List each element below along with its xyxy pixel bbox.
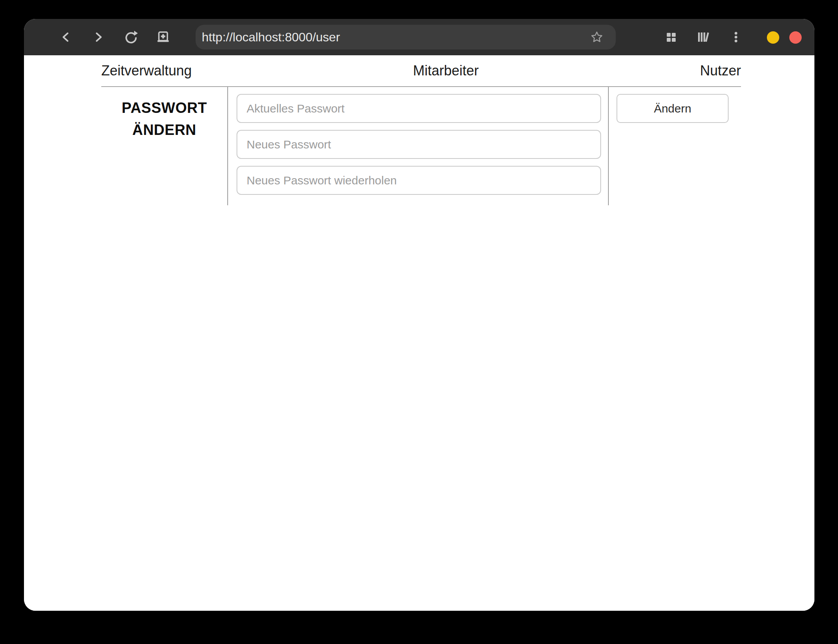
close-button[interactable] — [789, 31, 802, 44]
url-input[interactable] — [202, 25, 557, 49]
nav-link-zeitverwaltung[interactable]: Zeitverwaltung — [101, 63, 192, 79]
nav-link-mitarbeiter[interactable]: Mitarbeiter — [413, 63, 479, 79]
page-title: PASSWORT ÄNDERN — [101, 97, 227, 141]
nav-link-nutzer[interactable]: Nutzer — [700, 63, 741, 79]
bookmark-button[interactable] — [589, 30, 604, 44]
reload-button[interactable] — [123, 29, 139, 45]
page-title-line1: PASSWORT — [101, 97, 227, 119]
section-heading-column: PASSWORT ÄNDERN — [101, 87, 228, 205]
forward-button[interactable] — [91, 29, 106, 45]
action-column: Ändern — [609, 87, 741, 205]
browser-toolbar — [24, 19, 814, 55]
library-button[interactable] — [696, 29, 711, 45]
new-tab-button[interactable] — [155, 29, 171, 45]
refresh-icon — [123, 29, 139, 45]
tab-overview-button[interactable] — [663, 29, 679, 45]
current-password-input[interactable] — [237, 94, 601, 123]
chevron-left-icon — [59, 30, 73, 44]
change-password-button[interactable]: Ändern — [617, 94, 729, 123]
back-button[interactable] — [58, 29, 73, 45]
grid-icon — [664, 30, 678, 44]
browser-window: Zeitverwaltung Mitarbeiter Nutzer PASSWO… — [24, 19, 814, 611]
page-content: Zeitverwaltung Mitarbeiter Nutzer PASSWO… — [24, 55, 814, 611]
password-change-section: PASSWORT ÄNDERN Ändern — [101, 87, 741, 205]
repeat-password-input[interactable] — [237, 166, 601, 195]
page-container: Zeitverwaltung Mitarbeiter Nutzer PASSWO… — [101, 55, 741, 205]
star-icon — [589, 30, 604, 44]
menu-button[interactable] — [728, 29, 744, 45]
tab-new-icon — [156, 30, 170, 44]
kebab-menu-icon — [729, 30, 743, 44]
minimize-button[interactable] — [767, 31, 779, 44]
new-password-input[interactable] — [237, 130, 601, 159]
address-bar[interactable] — [196, 25, 616, 49]
books-icon — [696, 29, 711, 45]
chevron-right-icon — [92, 30, 106, 44]
page-title-line2: ÄNDERN — [101, 119, 227, 141]
main-nav: Zeitverwaltung Mitarbeiter Nutzer — [101, 55, 741, 87]
password-form-column — [228, 87, 609, 205]
